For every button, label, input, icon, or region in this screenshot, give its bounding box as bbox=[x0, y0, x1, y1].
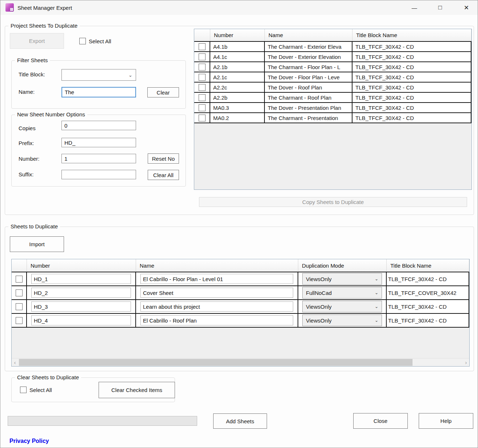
row-number-input[interactable] bbox=[31, 288, 131, 298]
row-mode-cell: ViewsOnly⌄ bbox=[298, 300, 387, 313]
row-checkbox[interactable] bbox=[199, 64, 206, 71]
horizontal-scrollbar[interactable]: ‹ › bbox=[12, 358, 469, 366]
row-checkbox-cell bbox=[12, 286, 27, 299]
row-checkbox-cell bbox=[194, 42, 210, 51]
row-name-input[interactable] bbox=[140, 301, 293, 312]
row-checkbox[interactable] bbox=[16, 276, 23, 283]
number-input[interactable] bbox=[61, 154, 136, 163]
scroll-right-icon[interactable]: › bbox=[463, 359, 469, 366]
row-checkbox[interactable] bbox=[199, 84, 206, 91]
clear-all-button[interactable]: Clear All bbox=[148, 170, 179, 180]
name-filter-label: Name: bbox=[19, 89, 35, 95]
row-checkbox[interactable] bbox=[199, 74, 206, 81]
clear-filter-button[interactable]: Clear bbox=[147, 87, 179, 97]
select-all-checkbox-bottom[interactable] bbox=[20, 387, 27, 393]
row-checkbox[interactable] bbox=[199, 104, 206, 111]
row-number-cell bbox=[27, 314, 136, 327]
row-number-input[interactable] bbox=[31, 274, 131, 284]
project-sheets-grid: Number Name Title Block Name A4.1bThe Ch… bbox=[194, 29, 472, 190]
header-title-block[interactable]: Title Block Name bbox=[387, 259, 469, 272]
row-name: The Charmant - Exterior Eleva bbox=[265, 42, 352, 51]
table-row: FullNoCad⌄TLB_TFCF_COVER_30X42 bbox=[12, 286, 469, 300]
title-bar[interactable]: Sheet Manager Expert — □ ✕ bbox=[0, 0, 478, 15]
scrollbar-thumb[interactable] bbox=[19, 359, 413, 366]
row-title-block: TLB_TFCF_30X42 - CD bbox=[352, 72, 471, 82]
row-name: The Dover - Floor Plan - Leve bbox=[265, 72, 352, 82]
export-button[interactable]: Export bbox=[10, 33, 64, 49]
prefix-input[interactable] bbox=[61, 138, 136, 147]
row-checkbox[interactable] bbox=[16, 289, 23, 296]
row-number-cell bbox=[27, 300, 136, 313]
copies-input[interactable] bbox=[61, 121, 136, 130]
duplication-mode-value: ViewsOnly bbox=[306, 317, 332, 324]
row-name-input[interactable] bbox=[140, 274, 293, 284]
row-title-block: TLB_TFCF_COVER_30X42 bbox=[387, 286, 469, 299]
duplication-mode-dropdown[interactable]: ViewsOnly⌄ bbox=[302, 273, 382, 285]
duplication-mode-dropdown[interactable]: ViewsOnly⌄ bbox=[302, 301, 382, 312]
row-number: A2.1c bbox=[210, 72, 265, 82]
row-checkbox[interactable] bbox=[199, 94, 206, 101]
row-title-block: TLB_TFCF_30X42 - CD bbox=[352, 83, 471, 92]
header-name[interactable]: Name bbox=[136, 259, 298, 272]
project-sheets-grid-body: A4.1bThe Charmant - Exterior ElevaTLB_TF… bbox=[194, 41, 471, 123]
number-options-group-label: New Sheet Number Options bbox=[15, 111, 87, 117]
privacy-policy-link[interactable]: Privacy Policy bbox=[9, 438, 49, 444]
row-checkbox[interactable] bbox=[16, 317, 23, 324]
row-mode-cell: FullNoCad⌄ bbox=[298, 286, 387, 299]
header-duplication-mode[interactable]: Duplication Mode bbox=[298, 259, 387, 272]
copy-sheets-button[interactable]: Copy Sheets to Duplicate bbox=[199, 197, 467, 207]
maximize-icon[interactable]: □ bbox=[432, 0, 449, 15]
duplicate-sheets-grid: Number Name Duplication Mode Title Block… bbox=[11, 259, 470, 367]
duplication-mode-value: ViewsOnly bbox=[306, 304, 332, 310]
row-checkbox-cell bbox=[12, 300, 27, 313]
clear-checked-items-button[interactable]: Clear Checked Items bbox=[99, 382, 175, 398]
row-title-block: TLB_TFCF_30X42 - CD bbox=[352, 103, 471, 112]
row-name-cell bbox=[136, 272, 298, 285]
row-name: The Dover - Presentation Plan bbox=[265, 103, 352, 112]
title-block-combobox[interactable]: ⌄ bbox=[61, 69, 136, 81]
project-sheets-grid-header: Number Name Title Block Name bbox=[194, 29, 471, 41]
row-checkbox-cell bbox=[194, 103, 210, 112]
row-number-input[interactable] bbox=[31, 315, 131, 325]
row-number-input[interactable] bbox=[31, 301, 131, 312]
row-title-block: TLB_TFCF_30X42 - CD bbox=[352, 62, 471, 72]
header-name[interactable]: Name bbox=[265, 29, 352, 41]
header-number[interactable]: Number bbox=[210, 29, 265, 41]
table-row: A2.2cThe Dover - Roof PlanTLB_TFCF_30X42… bbox=[194, 83, 471, 93]
row-title-block: TLB_TFCF_30X42 - CD bbox=[387, 272, 469, 285]
row-name: The Dover - Roof Plan bbox=[265, 83, 352, 92]
duplication-mode-dropdown[interactable]: FullNoCad⌄ bbox=[302, 287, 382, 299]
name-filter-input[interactable] bbox=[61, 87, 136, 97]
row-title-block: TLB_TFCF_30X42 - CD bbox=[387, 300, 469, 313]
minimize-icon[interactable]: — bbox=[406, 0, 423, 15]
progress-bar bbox=[8, 416, 197, 426]
chevron-down-icon: ⌄ bbox=[375, 304, 378, 309]
window-title: Sheet Manager Expert bbox=[17, 0, 72, 15]
row-checkbox[interactable] bbox=[199, 43, 206, 50]
row-checkbox[interactable] bbox=[16, 303, 23, 310]
reset-no-button[interactable]: Reset No bbox=[148, 153, 179, 164]
help-button[interactable]: Help bbox=[419, 413, 473, 429]
clear-sheets-group-label: Clear Sheets to Duplicate bbox=[15, 374, 81, 380]
title-block-label: Title Block: bbox=[19, 71, 45, 77]
row-number-cell bbox=[27, 286, 136, 299]
suffix-input[interactable] bbox=[61, 170, 136, 179]
import-button[interactable]: Import bbox=[10, 236, 64, 252]
row-name-input[interactable] bbox=[140, 315, 293, 325]
close-icon[interactable]: ✕ bbox=[458, 0, 475, 15]
header-title-block[interactable]: Title Block Name bbox=[352, 29, 471, 41]
table-row: ViewsOnly⌄TLB_TFCF_30X42 - CD bbox=[12, 300, 469, 314]
row-name-input[interactable] bbox=[140, 288, 293, 298]
scroll-left-icon[interactable]: ‹ bbox=[12, 359, 18, 366]
row-checkbox[interactable] bbox=[199, 53, 206, 60]
add-sheets-button[interactable]: Add Sheets bbox=[213, 413, 267, 429]
close-button[interactable]: Close bbox=[353, 413, 408, 429]
row-name-cell bbox=[136, 300, 298, 313]
row-name: The Charmant - Presentation bbox=[265, 113, 352, 123]
duplication-mode-value: FullNoCad bbox=[306, 290, 332, 296]
select-all-checkbox-top[interactable] bbox=[79, 38, 86, 44]
row-checkbox[interactable] bbox=[199, 115, 206, 121]
row-title-block: TLB_TFCF_30X42 - CD bbox=[352, 93, 471, 102]
header-number[interactable]: Number bbox=[27, 259, 136, 272]
duplication-mode-dropdown[interactable]: ViewsOnly⌄ bbox=[302, 315, 382, 326]
